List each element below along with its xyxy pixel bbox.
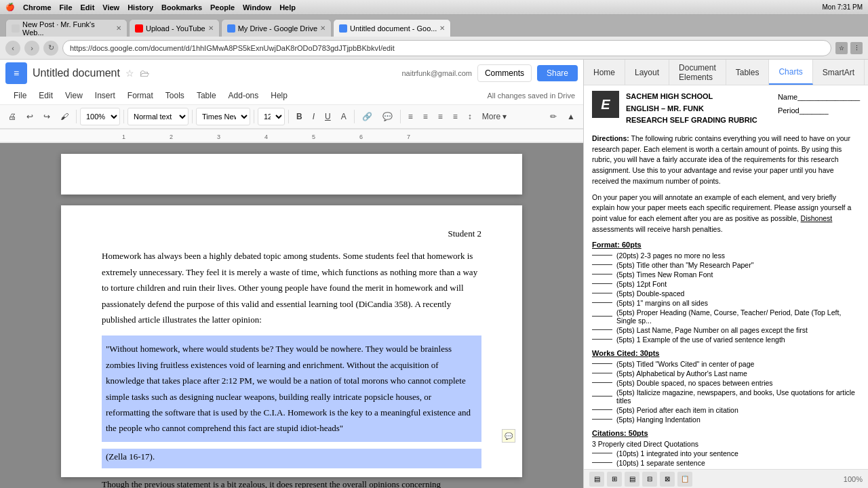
tab-close-2[interactable]: ✕ (208, 24, 214, 32)
bold-button[interactable]: B (292, 108, 307, 125)
address-bar[interactable]: https://docs.google.com/document/d/1hhIG… (62, 40, 831, 56)
item-text: (20pts) 2-3 pages no more no less (616, 251, 725, 260)
rubric-item-cite-1: (10pts) 1 integrated into your sentence (592, 449, 860, 458)
ribbon-tab-layout[interactable]: Layout (625, 60, 669, 85)
more-button[interactable]: More ▾ (478, 108, 511, 125)
tab-docs[interactable]: Untitled document - Goo... ✕ (333, 19, 451, 37)
menu-bookmarks[interactable]: Bookmarks (161, 3, 202, 12)
pencil-tool-button[interactable]: ✏ (546, 108, 561, 125)
blank-7 (592, 316, 612, 317)
redo-button[interactable]: ↪ (39, 108, 54, 125)
rubric-item-format-9: (5pts) 1 Example of the use of varied se… (592, 336, 860, 344)
zoom-select[interactable]: 100% (80, 108, 120, 125)
ribbon-tab-charts[interactable]: Charts (769, 60, 812, 85)
tab-youtube[interactable]: Upload - YouTube ✕ (129, 19, 220, 37)
forward-button[interactable]: › (24, 41, 39, 56)
docs-menu-bar: File Edit View Insert Format Tools Table… (0, 87, 583, 104)
insert-comment-button[interactable]: 💬 (378, 108, 397, 125)
menu-history[interactable]: History (127, 3, 153, 12)
font-size-select[interactable]: 12 (258, 108, 285, 125)
view-btn-6[interactable]: 📋 (677, 472, 692, 487)
docs-logo: ≡ (5, 62, 27, 84)
comment-icon[interactable]: 💬 (502, 429, 515, 443)
menu-edit[interactable]: Edit (33, 89, 58, 102)
menu-help[interactable]: Help (279, 3, 296, 12)
rubric-item-format-7: (5pts) Proper Heading (Name, Course, Tea… (592, 308, 860, 325)
tab-close-4[interactable]: ✕ (439, 24, 445, 32)
menu-edit[interactable]: Edit (81, 3, 95, 12)
menu-view[interactable]: View (102, 3, 119, 12)
menu-people[interactable]: People (210, 3, 235, 12)
separator-5 (288, 110, 289, 123)
separator-2 (123, 110, 124, 123)
line-spacing-button[interactable]: ↕ (464, 108, 476, 125)
ribbon-tab-review[interactable]: Review (865, 60, 868, 85)
menu-table[interactable]: Table (191, 89, 222, 102)
ribbon-tab-tables[interactable]: Tables (726, 60, 770, 85)
ribbon-tab-smartart[interactable]: SmartArt (813, 60, 865, 85)
menu-insert[interactable]: Insert (90, 89, 121, 102)
view-btn-3[interactable]: ▤ (625, 472, 639, 487)
undo-button[interactable]: ↩ (22, 108, 37, 125)
paint-format-button[interactable]: 🖌 (56, 108, 73, 125)
style-select[interactable]: Normal text (127, 108, 189, 125)
item-text: (5pts) Double-spaced (616, 289, 684, 298)
menu-view[interactable]: View (60, 89, 88, 102)
menu-window[interactable]: Window (243, 3, 271, 12)
back-button[interactable]: ‹ (5, 41, 20, 56)
name-period-area: Name_______________ Period_______ (778, 91, 860, 118)
menu-help[interactable]: Help (265, 89, 293, 102)
page-2[interactable]: Student 2 Homework has always been a hig… (61, 205, 522, 477)
align-right-button[interactable]: ≡ (434, 108, 447, 125)
star-icon[interactable]: ☆ (125, 68, 134, 79)
rubric-item-wc-2: (5pts) Alphabetical by Author's Last nam… (592, 369, 860, 378)
align-left-button[interactable]: ≡ (404, 108, 417, 125)
zoom-level[interactable]: 100% (844, 475, 863, 483)
paragraph-1: Homework has always been a highly debate… (102, 248, 481, 327)
reload-button[interactable]: ↻ (43, 41, 58, 56)
tab-label-4: Untitled document - Goo... (350, 24, 437, 33)
align-center-button[interactable]: ≡ (419, 108, 432, 125)
tab-favicon-4 (339, 24, 347, 33)
text-color-button[interactable]: A (337, 108, 351, 125)
apple-menu[interactable]: 🍎 (5, 3, 15, 12)
align-justify-button[interactable]: ≡ (449, 108, 462, 125)
tab-gdrive[interactable]: My Drive - Google Drive ✕ (221, 19, 332, 37)
tab-close-3[interactable]: ✕ (320, 24, 326, 32)
section-format-title: Format: 60pts (592, 241, 860, 249)
share-button[interactable]: Share (537, 65, 578, 81)
view-btn-2[interactable]: ⊞ (607, 472, 622, 487)
menu-addons[interactable]: Add-ons (223, 89, 264, 102)
italic-button[interactable]: I (309, 108, 319, 125)
menu-format[interactable]: Format (122, 89, 159, 102)
tab-favicon-2 (135, 24, 143, 33)
print-button[interactable]: 🖨 (4, 108, 20, 125)
view-btn-5[interactable]: ⊠ (660, 472, 675, 487)
comments-button[interactable]: Comments (477, 64, 532, 82)
address-text: https://docs.google.com/document/d/1hhIG… (70, 44, 395, 52)
view-btn-4[interactable]: ⊟ (642, 472, 657, 487)
menu-file[interactable]: File (8, 89, 32, 102)
item-text: (5pts) Times New Roman Font (616, 270, 713, 279)
tab-close-1[interactable]: ✕ (116, 24, 121, 32)
quoted-block: "Without homework, where would students … (102, 336, 481, 441)
class-name: English – Mr. Funk (626, 103, 757, 115)
menu-file[interactable]: File (60, 3, 73, 12)
collapse-toolbar-button[interactable]: ▲ (563, 108, 579, 125)
view-btn-1[interactable]: ▤ (589, 472, 604, 487)
menu-chrome[interactable]: Chrome (23, 3, 52, 12)
bookmark-icon[interactable]: ☆ (835, 42, 848, 54)
rubric-item-cite-0: 3 Properly cited Direct Quotations (592, 440, 860, 448)
tab-new-post[interactable]: New Post · Mr. Funk's Web... ✕ (5, 19, 127, 37)
font-select[interactable]: Times New ... (196, 108, 250, 125)
item-text: (5pts) Hanging Indentation (616, 415, 701, 424)
rubric-directions-1: Directions: The following rubric contain… (592, 134, 860, 187)
svg-rect-0 (0, 129, 583, 143)
settings-icon[interactable]: ⋮ (850, 42, 863, 54)
ribbon-tab-home[interactable]: Home (584, 60, 625, 85)
link-button[interactable]: 🔗 (358, 108, 376, 125)
underline-button[interactable]: U (321, 108, 335, 125)
menu-tools[interactable]: Tools (160, 89, 190, 102)
ribbon-tab-doc-elements[interactable]: Document Elements (669, 60, 726, 85)
rubric-item-wc-6: (5pts) Hanging Indentation (592, 415, 860, 424)
